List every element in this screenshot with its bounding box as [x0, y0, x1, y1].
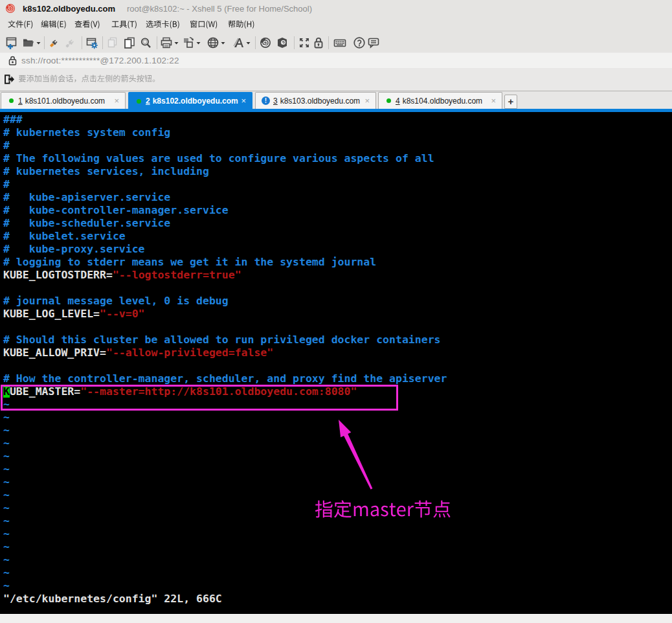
toolbar-separator	[82, 36, 82, 49]
toolbar-new-session-button[interactable]	[5, 36, 17, 50]
tab-label: k8s102.oldboyedu.com	[153, 96, 238, 106]
open-session-icon	[22, 36, 35, 49]
info-bar-message	[18, 74, 161, 87]
tab-2[interactable]: 2k8s102.oldboyedu.com×	[128, 92, 252, 109]
toolbar-copy-button[interactable]	[106, 36, 119, 50]
dropdown-arrow-icon	[36, 41, 41, 45]
xshell-logo-icon	[5, 3, 16, 14]
toolbar-find-button[interactable]	[139, 36, 152, 50]
copy-icon	[106, 36, 119, 49]
xftp-tool-icon	[276, 36, 289, 49]
tab-close-icon[interactable]: ×	[491, 98, 496, 104]
menu-file[interactable]	[8, 20, 33, 30]
toolbar-feedback-button[interactable]	[367, 36, 380, 50]
dropdown-arrow-icon	[174, 41, 179, 45]
dropdown-arrow-icon	[246, 41, 251, 45]
virtual-keyboard-icon	[333, 36, 347, 49]
terminal-text: #### kubernetes system config## The foll…	[3, 113, 447, 606]
menu-view[interactable]	[74, 20, 100, 30]
dropdown-arrow-icon	[196, 41, 201, 45]
tab-3[interactable]: 3k8s103.oldboyedu.com×	[255, 92, 376, 109]
tab-close-icon[interactable]: ×	[114, 98, 119, 104]
window-title-app: root@k8s102:~ - Xshell 5 (Free for Home/…	[127, 4, 312, 14]
tab-bar: 1k8s101.oldboyedu.com× 2k8s102.oldboyedu…	[0, 91, 672, 109]
toolbar-transfer-button[interactable]	[182, 36, 201, 50]
menu-file-label	[8, 20, 33, 30]
tab-status-icon	[9, 98, 14, 103]
font-icon	[232, 36, 245, 49]
feedback-icon	[367, 36, 380, 49]
tab-status-icon	[137, 99, 141, 104]
tab-number: 1	[18, 96, 23, 106]
menu-help[interactable]	[228, 20, 255, 30]
lock-icon	[8, 56, 17, 65]
print-icon	[160, 36, 173, 49]
add-session-arrow-icon	[3, 74, 15, 85]
menu-window[interactable]	[190, 20, 218, 30]
menu-edit[interactable]	[41, 20, 67, 30]
tab-4[interactable]: 4k8s104.oldboyedu.com×	[378, 92, 502, 109]
tab-1[interactable]: 1k8s101.oldboyedu.com×	[1, 92, 126, 109]
help-icon	[353, 36, 366, 49]
toolbar-separator	[255, 36, 256, 49]
menu-tab[interactable]	[146, 20, 180, 30]
terminal-screen[interactable]: #### kubernetes system config## The foll…	[0, 112, 672, 614]
info-bar	[0, 68, 672, 91]
toolbar-lock-screen-button[interactable]	[312, 36, 325, 50]
toolbar-separator	[294, 36, 295, 49]
title-bar: k8s102.oldboyedu.com root@k8s102:~ - Xsh…	[0, 0, 672, 17]
menu-edit-label	[41, 20, 67, 30]
tab-close-icon[interactable]: ×	[241, 98, 246, 104]
address-bar[interactable]: ssh://root:***********@172.200.1.102:22	[0, 52, 672, 68]
menu-view-label	[74, 20, 100, 30]
new-tab-button[interactable]: +	[504, 95, 517, 109]
menu-help-label	[228, 20, 255, 30]
disconnect-icon	[64, 36, 77, 49]
session-properties-icon	[85, 36, 98, 49]
lock-screen-icon	[312, 36, 325, 49]
toolbar-separator	[44, 36, 45, 49]
toolbar-web-browser-button[interactable]	[207, 36, 225, 50]
toolbar	[0, 32, 672, 52]
menu-window-label	[190, 20, 218, 30]
toolbar-disconnect-button[interactable]	[64, 36, 77, 50]
toolbar-font-button[interactable]	[232, 36, 251, 50]
tab-label: k8s101.oldboyedu.com	[25, 96, 105, 106]
full-screen-icon	[298, 36, 311, 49]
tab-label: k8s103.oldboyedu.com	[280, 96, 360, 106]
toolbar-virtual-keyboard-button[interactable]	[333, 36, 347, 50]
new-session-icon	[5, 36, 17, 49]
address-url[interactable]: ssh://root:***********@172.200.1.102:22	[21, 56, 179, 65]
toolbar-help-button[interactable]	[353, 36, 366, 50]
status-bar	[0, 614, 672, 623]
paste-icon	[123, 36, 136, 49]
menu-tools[interactable]	[111, 20, 137, 30]
tab-number: 4	[396, 96, 400, 106]
toolbar-session-properties-button[interactable]	[85, 36, 98, 50]
menu-bar	[0, 17, 672, 32]
toolbar-xshell-tool-button[interactable]	[259, 36, 272, 50]
tab-number: 3	[273, 96, 278, 106]
tab-label: k8s104.oldboyedu.com	[403, 96, 482, 106]
menu-tab-label	[146, 20, 180, 30]
find-icon	[139, 36, 152, 49]
transfer-icon	[182, 36, 195, 49]
web-browser-icon	[207, 36, 219, 49]
toolbar-open-session-button[interactable]	[22, 36, 41, 50]
toolbar-connect-button[interactable]	[48, 36, 61, 50]
window-title-session: k8s102.oldboyedu.com	[23, 4, 115, 14]
tab-status-icon	[262, 96, 270, 105]
toolbar-print-button[interactable]	[160, 36, 179, 50]
tab-status-icon	[386, 98, 391, 103]
toolbar-separator	[328, 36, 329, 49]
toolbar-separator	[102, 36, 103, 49]
toolbar-paste-button[interactable]	[123, 36, 136, 50]
toolbar-full-screen-button[interactable]	[298, 36, 311, 50]
info-bar-text	[18, 74, 161, 84]
dropdown-arrow-icon	[221, 41, 225, 45]
tab-number: 2	[146, 96, 150, 106]
tab-close-icon[interactable]: ×	[364, 98, 370, 104]
connect-icon	[48, 36, 61, 49]
toolbar-xftp-tool-button[interactable]	[276, 36, 289, 50]
menu-tools-label	[111, 20, 137, 30]
